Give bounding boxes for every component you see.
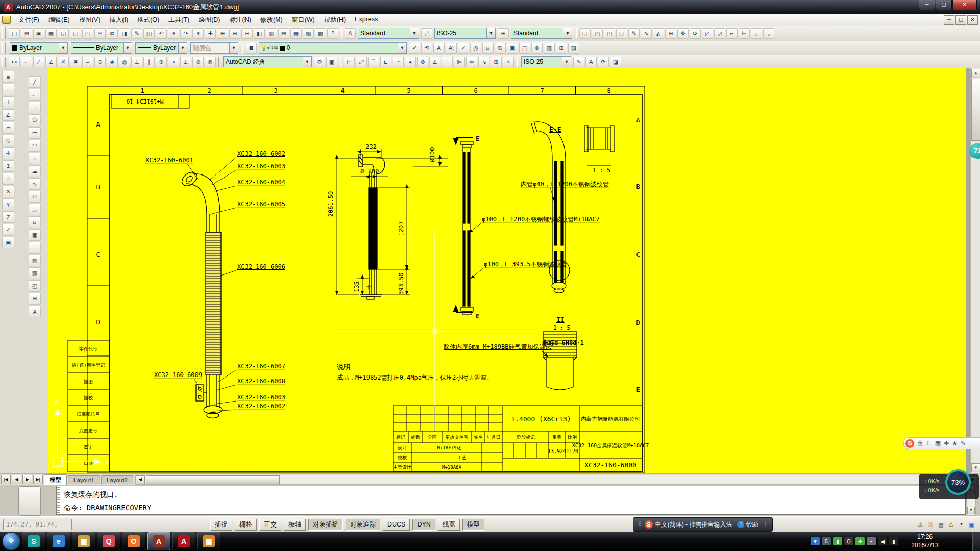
dim-quick-icon[interactable]: ≡ [442,57,453,67]
ellipse-arc-icon[interactable]: ◡ [29,204,41,215]
status-toggle-ortho[interactable]: 正交 [259,519,281,531]
insert-icon[interactable]: ⧈ [29,216,41,228]
block-editor-icon[interactable]: ◫ [143,28,155,39]
markup-icon[interactable]: ▧ [303,28,314,39]
extend-icon[interactable]: ⊢ [739,28,750,39]
menu-item[interactable]: 文件(F) [14,15,44,26]
ucs-origin-icon[interactable]: ✛ [2,147,14,159]
save-icon[interactable]: ▣ [33,28,44,39]
taskbar-app[interactable]: S [22,532,45,550]
status-toggle-dyn[interactable]: DYN [412,519,435,531]
dim-update-icon[interactable]: ⟳ [598,57,609,67]
menu-item[interactable]: 视图(V) [75,15,105,26]
color-combo[interactable]: ByLayer▼ [10,42,68,54]
notes-icon[interactable]: ▤ [937,520,945,529]
text-style-icon[interactable]: A [345,28,356,39]
dim-diameter-icon[interactable]: ⊘ [417,57,428,67]
dim-center-icon[interactable]: ⌖ [503,57,514,67]
ucs-object-icon[interactable]: ∠ [2,109,14,121]
cut-icon[interactable]: ✂ [94,28,106,39]
toolbar-grip[interactable] [2,42,6,54]
zoom-window-icon[interactable]: ⊞ [229,28,240,39]
help-icon[interactable]: ? [327,28,338,39]
tool-palettes-icon[interactable]: ▤ [278,28,289,39]
menu-item[interactable]: 格式(O) [133,15,164,26]
tab-layout2[interactable]: Layout2 [101,475,133,484]
dwf-icon[interactable]: ◳ [82,28,93,39]
ole-icon[interactable]: ▢ [519,43,530,54]
ucs-z-icon[interactable]: Z [2,211,14,223]
tray-security-icon[interactable]: ▼ [811,537,820,545]
vertical-scrollbar[interactable]: ▲ ▼ [970,68,980,473]
layer-properties-icon[interactable]: ≣ [246,43,257,54]
dim-arclength-icon[interactable]: ⌒ [368,57,379,67]
ucs-face-icon[interactable]: ▱ [2,122,14,134]
horizontal-scrollbar[interactable]: ◀ ▶ [135,475,978,485]
mirror-icon[interactable]: ◭ [653,28,664,39]
status-toggle-lwt[interactable]: 线宽 [438,519,460,531]
snap-quadrant-icon[interactable]: ◈ [107,57,118,67]
table-style-icon[interactable]: ⊞ [498,28,509,39]
draworder-back-icon[interactable]: ◰ [592,28,603,39]
lock-icon[interactable]: ⚿ [926,520,935,529]
wipeout-icon[interactable]: ▨ [568,43,579,54]
menu-item[interactable]: 修改(M) [256,15,287,26]
zoom-realtime-icon[interactable]: ⊕ [217,28,228,39]
draworder-under-icon[interactable]: ◲ [616,28,627,39]
polyline-icon[interactable]: ﹁ [29,102,41,113]
hatch-icon[interactable]: ▨ [29,255,41,266]
xref-icon[interactable]: ⧉ [495,43,506,54]
dim-text-edit-icon[interactable]: A [585,57,597,67]
snap-extension-icon[interactable]: – [82,57,93,67]
draworder-above-icon[interactable]: ◳ [604,28,615,39]
minimize-button[interactable]: ─ [919,0,935,10]
sogou-lang-icon[interactable]: 英 [917,439,923,448]
new-icon[interactable]: ▢ [9,28,20,39]
clean-screen-icon[interactable]: ▣ [967,520,976,529]
spell-icon[interactable]: ✓ [458,43,469,54]
dim-ordinate-icon[interactable]: ⊾ [380,57,391,67]
sogou-moon-icon[interactable]: ☾ [926,440,932,447]
temp-track-icon[interactable]: ⊷ [9,57,20,67]
tray-network-icon[interactable]: ▮ [889,537,898,545]
taskbar-app[interactable]: ▦ [197,532,220,550]
command-text-area[interactable]: 恢复缓存的视口. 命令: DRAWINGRECOVERY [56,486,966,515]
tab-last-icon[interactable]: ▶| [33,475,43,484]
revcloud-icon[interactable]: ☁ [29,165,41,177]
menu-item[interactable]: 窗口(W) [287,15,320,26]
named-ucs-icon[interactable]: ▣ [2,237,14,248]
undo-icon[interactable]: ↶ [156,28,167,39]
dim-jogged-icon[interactable]: ◕ [405,57,416,67]
status-toggle-osnap[interactable]: 对象捕捉 [308,519,343,531]
region-icon[interactable]: ◰ [29,280,41,292]
snap-node-icon[interactable]: ∘ [168,57,179,67]
text-style-combo[interactable]: Standard▼ [358,28,419,39]
language-bar[interactable]: ⠿ S 中文(简体) - 搜狗拼音输入法 ? 帮助 ⋮ [633,517,773,532]
snap-tangent-icon[interactable]: ◍ [119,57,130,67]
layer-combo[interactable]: 💡◐⚿▤ 0▼ [259,42,407,54]
ucs-icon[interactable]: ⌐ [2,84,14,95]
command-window-grip[interactable] [18,486,41,516]
dim-style-icon[interactable]: ◪ [610,57,621,67]
status-toggle-otrack[interactable]: 对象追踪 [346,519,380,531]
warning-icon[interactable]: ⚠ [916,520,925,529]
xline-icon[interactable]: ⌐ [29,89,41,101]
edge-accelerator-ball[interactable]: 73 [968,142,980,160]
rectangle-icon[interactable]: ▭ [29,127,41,139]
sogou-skin-icon[interactable]: ★ [952,440,958,447]
dock-handle-icon[interactable]: ≡ [2,71,14,83]
line-icon[interactable]: ╱ [29,76,41,88]
dim-tolerance-icon[interactable]: ⊞ [491,57,502,67]
taskbar-app[interactable]: O [122,532,145,550]
gradient-icon[interactable]: ▧ [29,267,41,279]
find-icon[interactable]: ◎ [470,43,481,54]
tray-timer-icon[interactable]: 5 [822,537,831,545]
image-icon[interactable]: ▣ [507,43,518,54]
make-layer-current-icon[interactable]: ✔ [409,43,420,54]
linetype-combo[interactable]: ByLayer▼ [71,42,132,54]
mdi-window-button[interactable]: ✕ [967,15,978,25]
sogou-tools-icon[interactable]: ✎ [961,440,966,447]
draworder-front-icon[interactable]: ◱ [579,28,591,39]
snap-from-icon[interactable]: ⌐ [21,57,32,67]
sogou-keyboard-icon[interactable]: ▦ [935,440,941,447]
